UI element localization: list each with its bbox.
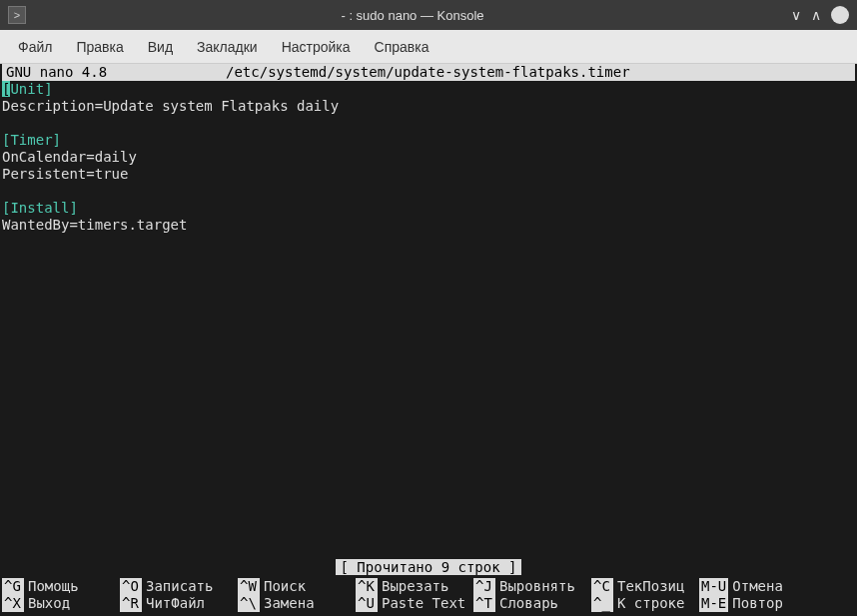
- menu-file[interactable]: Файл: [8, 33, 62, 61]
- shortcut-item: ^_К строке: [591, 595, 691, 612]
- shortcut-label: Словарь: [499, 595, 558, 612]
- shortcut-item: ^OЗаписать: [120, 578, 230, 595]
- shortcut-label: Записать: [146, 578, 213, 595]
- menu-settings[interactable]: Настройка: [272, 33, 361, 61]
- shortcut-label: Поиск: [264, 578, 306, 595]
- shortcut-key: ^G: [2, 578, 24, 595]
- shortcut-item: ^\Замена: [238, 595, 348, 612]
- content-line: OnCalendar=daily: [2, 149, 855, 166]
- shortcut-key: ^T: [473, 595, 495, 612]
- shortcut-label: Paste Text: [382, 595, 465, 612]
- content-line: WantedBy=timers.target: [2, 217, 855, 234]
- nano-editor-content[interactable]: [Unit] Description=Update system Flatpak…: [0, 81, 857, 234]
- shortcut-label: Вырезать: [382, 578, 448, 595]
- shortcut-item: ^UPaste Text: [356, 595, 465, 612]
- shortcut-label: ЧитФайл: [146, 595, 205, 612]
- shortcut-key: ^\: [238, 595, 260, 612]
- window-titlebar: > - : sudo nano — Konsole ∨ ∧ ✕: [0, 0, 857, 30]
- shortcut-label: Выход: [28, 595, 70, 612]
- menu-help[interactable]: Справка: [365, 33, 439, 61]
- maximize-button[interactable]: ∧: [811, 7, 821, 23]
- content-line: Description=Update system Flatpaks daily: [2, 98, 855, 115]
- shortcut-label: Замена: [264, 595, 315, 612]
- menu-bookmarks[interactable]: Закладки: [187, 33, 268, 61]
- shortcut-key: ^O: [120, 578, 142, 595]
- app-icon: >: [8, 6, 26, 24]
- shortcut-item: ^RЧитФайл: [120, 595, 230, 612]
- shortcut-item: ^JВыровнять: [473, 578, 583, 595]
- shortcut-key: M-U: [699, 578, 728, 595]
- shortcut-key: ^_: [591, 595, 613, 612]
- shortcut-label: Отмена: [732, 578, 783, 595]
- shortcut-label: ТекПозиц: [617, 578, 684, 595]
- content-line: Persistent=true: [2, 166, 855, 183]
- menubar: Файл Правка Вид Закладки Настройка Справ…: [0, 30, 857, 64]
- menu-edit[interactable]: Правка: [66, 33, 133, 61]
- section-install: Install: [10, 200, 69, 216]
- minimize-button[interactable]: ∨: [791, 7, 801, 23]
- shortcut-key: ^R: [120, 595, 142, 612]
- shortcut-item: ^KВырезать: [356, 578, 465, 595]
- nano-status-text: [ Прочитано 9 строк ]: [336, 559, 520, 575]
- shortcut-item: ^XВыход: [2, 595, 112, 612]
- nano-filepath: /etc/systemd/system/update-system-flatpa…: [226, 64, 851, 81]
- section-unit: Unit: [10, 81, 44, 97]
- shortcut-label: К строке: [617, 595, 684, 612]
- menu-view[interactable]: Вид: [138, 33, 183, 61]
- shortcut-item: ^TСловарь: [473, 595, 583, 612]
- shortcut-key: ^W: [238, 578, 260, 595]
- nano-header: GNU nano 4.8 /etc/systemd/system/update-…: [2, 64, 855, 81]
- window-title: - : sudo nano — Konsole: [34, 8, 791, 23]
- shortcut-label: Помощь: [28, 578, 79, 595]
- shortcut-item: ^GПомощь: [2, 578, 112, 595]
- close-button[interactable]: ✕: [831, 6, 849, 24]
- nano-status-line: [ Прочитано 9 строк ]: [2, 559, 855, 576]
- shortcut-key: ^C: [591, 578, 613, 595]
- shortcut-item: M-EПовтор: [699, 595, 789, 612]
- shortcut-item: ^WПоиск: [238, 578, 348, 595]
- shortcut-label: Повтор: [732, 595, 783, 612]
- nano-version: GNU nano 4.8: [6, 64, 226, 81]
- section-timer: Timer: [10, 132, 52, 148]
- shortcut-key: ^K: [356, 578, 378, 595]
- shortcut-item: ^CТекПозиц: [591, 578, 691, 595]
- shortcut-key: ^U: [356, 595, 378, 612]
- shortcut-key: ^J: [473, 578, 495, 595]
- nano-shortcuts: ^GПомощь^OЗаписать^WПоиск^KВырезать^JВыр…: [2, 578, 855, 612]
- terminal-area[interactable]: GNU nano 4.8 /etc/systemd/system/update-…: [0, 64, 857, 616]
- shortcut-key: M-E: [699, 595, 728, 612]
- shortcut-label: Выровнять: [499, 578, 575, 595]
- window-controls: ∨ ∧ ✕: [791, 6, 849, 24]
- shortcut-item: M-UОтмена: [699, 578, 789, 595]
- nano-footer: [ Прочитано 9 строк ] ^GПомощь^OЗаписать…: [0, 559, 857, 616]
- shortcut-key: ^X: [2, 595, 24, 612]
